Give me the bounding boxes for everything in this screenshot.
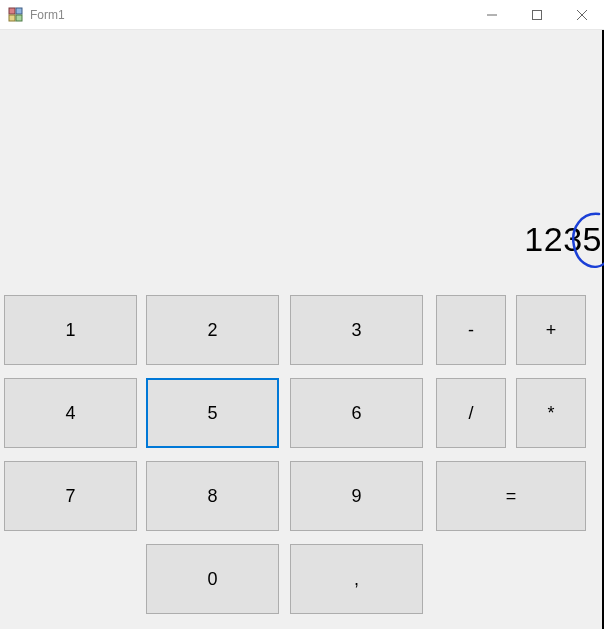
window-title: Form1 [30,8,65,22]
digit-3-button[interactable]: 3 [290,295,423,365]
minimize-button[interactable] [469,0,514,30]
display-area: 1235 [0,30,602,290]
digit-8-button[interactable]: 8 [146,461,279,531]
divide-button[interactable]: / [436,378,506,448]
digit-0-button[interactable]: 0 [146,544,279,614]
svg-rect-0 [9,8,15,14]
svg-rect-2 [9,15,15,21]
maximize-button[interactable] [514,0,559,30]
titlebar: Form1 [0,0,604,30]
multiply-button[interactable]: * [516,378,586,448]
digit-9-button[interactable]: 9 [290,461,423,531]
digit-5-button[interactable]: 5 [146,378,279,448]
minus-button[interactable]: - [436,295,506,365]
plus-button[interactable]: + [516,295,586,365]
svg-rect-3 [16,15,22,21]
svg-rect-1 [16,8,22,14]
app-icon [8,7,24,23]
digit-7-button[interactable]: 7 [4,461,137,531]
digit-2-button[interactable]: 2 [146,295,279,365]
digit-1-button[interactable]: 1 [4,295,137,365]
display-value: 1235 [524,220,602,259]
equals-button[interactable]: = [436,461,586,531]
comma-button[interactable]: , [290,544,423,614]
svg-rect-5 [532,10,541,19]
close-button[interactable] [559,0,604,30]
form-body: 1235 1 2 3 - + 4 5 6 / * 7 8 9 = 0 , [0,30,604,629]
digit-6-button[interactable]: 6 [290,378,423,448]
digit-4-button[interactable]: 4 [4,378,137,448]
